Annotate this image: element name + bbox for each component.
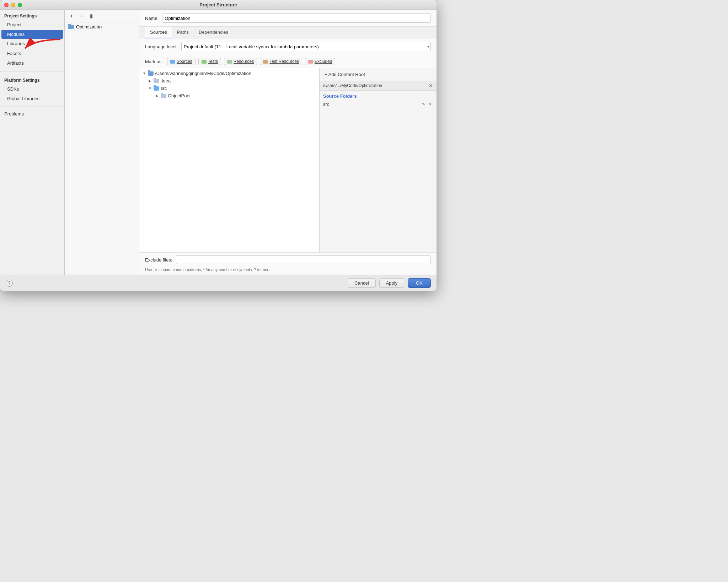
add-module-button[interactable]: + — [68, 12, 75, 20]
remove-module-button[interactable]: − — [77, 12, 85, 20]
sources-folder-icon — [170, 60, 175, 64]
ok-button[interactable]: OK — [408, 278, 431, 288]
idea-folder-icon — [154, 79, 159, 83]
window-title: Project Structure — [199, 2, 237, 7]
exclude-hint: Use ; to separate name patterns, * for a… — [139, 267, 437, 275]
module-item-label: Optimization — [76, 24, 102, 29]
title-bar: Project Structure — [0, 0, 437, 10]
language-level-select[interactable]: Project default (11 – Local variable syn… — [181, 42, 431, 51]
tree-item-root-label: /Users/wannengqingnian/MyCode/Optimizati… — [155, 71, 251, 76]
source-folder-remove-button[interactable]: ✕ — [428, 102, 433, 107]
right-panel: Name: Sources Paths Dependencies Languag… — [139, 10, 437, 275]
apply-button[interactable]: Apply — [379, 278, 405, 288]
exclude-row: Exclude files: — [139, 252, 437, 267]
sidebar-item-global-libraries[interactable]: Global Libraries — [0, 94, 64, 104]
file-tree-panel: ▼ /Users/wannengqingnian/MyCode/Optimiza… — [139, 68, 319, 252]
tree-arrow-objectpool: ▶ — [155, 94, 159, 98]
language-level-label: Language level: — [145, 44, 178, 49]
sidebar-item-modules[interactable]: Modules — [1, 30, 63, 39]
tests-folder-icon — [202, 60, 207, 64]
side-info-panel: + Add Content Root /Users/.../MyCode/Opt… — [319, 68, 437, 252]
project-settings-header: Project Settings — [0, 10, 64, 20]
tree-item-src[interactable]: ▼ src — [139, 85, 319, 92]
traffic-lights — [4, 3, 22, 7]
close-button[interactable] — [4, 3, 9, 7]
markas-sources-button[interactable]: Sources — [167, 58, 196, 65]
add-content-root-button[interactable]: + Add Content Root — [323, 71, 366, 78]
tree-item-objectpool[interactable]: ▶ ObjectPool — [139, 92, 319, 99]
cancel-button[interactable]: Cancel — [348, 278, 375, 288]
exclude-label: Exclude files: — [145, 257, 172, 263]
module-toolbar: + − ▮ — [65, 10, 139, 22]
objectpool-folder-icon — [161, 94, 166, 98]
minimize-button[interactable] — [11, 3, 15, 7]
markas-resources-button[interactable]: Resources — [224, 58, 257, 65]
language-row: Language level: Project default (11 – Lo… — [139, 38, 437, 55]
src-folder-icon — [154, 86, 159, 91]
platform-settings-header: Platform Settings — [0, 74, 64, 84]
name-label: Name: — [145, 16, 159, 21]
tree-arrow-src: ▼ — [148, 86, 152, 91]
tree-item-root[interactable]: ▼ /Users/wannengqingnian/MyCode/Optimiza… — [139, 70, 319, 77]
exclude-input[interactable] — [176, 255, 431, 264]
sidebar-divider — [0, 71, 64, 71]
module-item-optimization[interactable]: Optimization — [65, 22, 139, 31]
name-input[interactable] — [162, 14, 431, 23]
sidebar-item-sdks[interactable]: SDKs — [0, 84, 64, 94]
sidebar-item-facets[interactable]: Facets — [0, 49, 64, 59]
module-list-panel: + − ▮ Optimization — [65, 10, 139, 275]
markas-label: Mark as: — [145, 59, 163, 64]
source-folder-actions: ✎ ✕ — [421, 102, 433, 107]
testresources-folder-icon — [263, 60, 268, 64]
source-folder-edit-button[interactable]: ✎ — [421, 102, 426, 107]
language-select-wrapper: Project default (11 – Local variable syn… — [181, 42, 431, 51]
maximize-button[interactable] — [18, 3, 22, 7]
tab-paths[interactable]: Paths — [172, 27, 194, 38]
side-path-text: /Users/.../MyCode/Optimization — [323, 83, 382, 88]
side-close-button[interactable]: ✕ — [429, 83, 433, 88]
tab-sources[interactable]: Sources — [145, 27, 172, 38]
sidebar-item-artifacts[interactable]: Artifacts — [0, 58, 64, 68]
tree-item-idea-label: .idea — [161, 78, 171, 83]
markas-excluded-button[interactable]: Excluded — [305, 58, 335, 65]
source-folder-row: src ✎ ✕ — [320, 100, 437, 108]
markas-row: Mark as: Sources Tests Resources Test Re… — [139, 55, 437, 68]
sidebar-item-libraries[interactable]: Libraries — [0, 39, 64, 49]
excluded-folder-icon — [308, 60, 313, 64]
tab-dependencies[interactable]: Dependencies — [194, 27, 233, 38]
source-folder-name: src — [323, 102, 329, 107]
bottom-right: Cancel Apply OK — [348, 278, 431, 288]
root-folder-icon — [148, 71, 154, 76]
source-folders-header: Source Folders — [320, 91, 437, 100]
side-panel-header: + Add Content Root — [320, 68, 437, 81]
name-row: Name: — [139, 10, 437, 27]
resources-folder-icon — [227, 60, 232, 64]
sidebar-item-project[interactable]: Project — [0, 20, 64, 30]
tree-arrow-root: ▼ — [142, 71, 146, 76]
bottom-left: ? — [6, 280, 13, 287]
main-content: Project Settings Project Modules Librari… — [0, 10, 437, 275]
bottom-bar: ? Cancel Apply OK — [0, 275, 437, 291]
content-area: ▼ /Users/wannengqingnian/MyCode/Optimiza… — [139, 68, 437, 252]
tree-item-src-label: src — [161, 86, 167, 91]
copy-module-button[interactable]: ▮ — [87, 12, 95, 20]
sidebar: Project Settings Project Modules Librari… — [0, 10, 65, 275]
tree-item-idea[interactable]: ▶ .idea — [139, 77, 319, 85]
markas-testresources-button[interactable]: Test Resources — [260, 58, 302, 65]
tree-item-objectpool-label: ObjectPool — [168, 93, 191, 98]
sidebar-divider-2 — [0, 107, 64, 107]
sidebar-item-problems[interactable]: Problems — [0, 110, 64, 118]
tree-arrow-idea: ▶ — [148, 79, 152, 83]
help-button[interactable]: ? — [6, 280, 13, 287]
side-path-row: /Users/.../MyCode/Optimization ✕ — [320, 81, 437, 91]
tabs-row: Sources Paths Dependencies — [139, 27, 437, 38]
markas-tests-button[interactable]: Tests — [198, 58, 221, 65]
module-folder-icon — [68, 25, 74, 29]
